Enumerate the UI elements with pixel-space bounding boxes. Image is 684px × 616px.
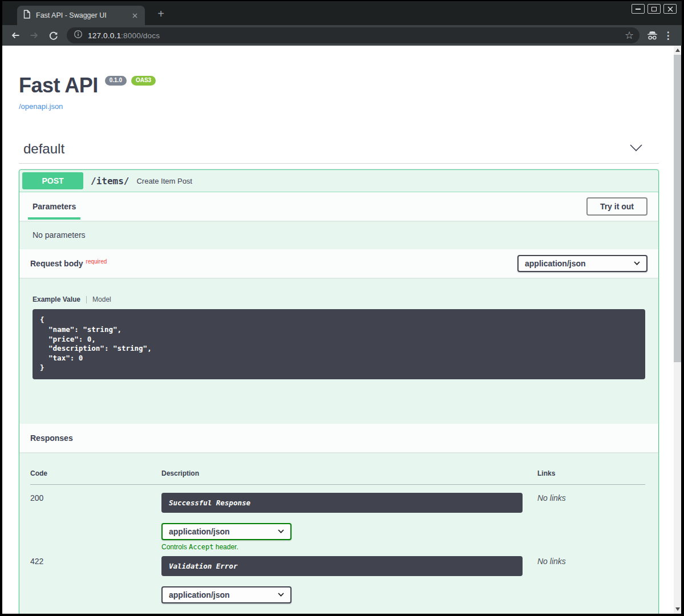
responses-table: Code Description Links 200 Successful Re… (30, 464, 645, 614)
request-example-code: { "name": "string", "price": 0, "descrip… (33, 309, 645, 379)
close-button[interactable] (663, 4, 677, 14)
tab-parameters[interactable]: Parameters (28, 202, 80, 211)
swagger-page: Fast API 0.1.0 OAS3 /openapi.json defaul… (2, 46, 674, 614)
url-path: :8000/docs (121, 31, 160, 40)
version-badge: 0.1.0 (105, 76, 127, 86)
close-icon (667, 6, 673, 12)
vertical-scrollbar[interactable] (674, 46, 681, 614)
try-it-out-button[interactable]: Try it out (586, 197, 647, 216)
new-tab-button[interactable]: + (154, 7, 168, 21)
incognito-avatar-icon[interactable] (644, 28, 660, 43)
minimize-icon (636, 9, 641, 10)
response-content-type-select-422[interactable]: application/json (161, 586, 292, 603)
back-arrow-icon (10, 30, 21, 40)
controls-accept-note: Controls Accept header. (161, 543, 537, 551)
window-controls (632, 4, 677, 14)
site-info-icon[interactable] (74, 30, 83, 41)
operation-path: /items/ (91, 176, 129, 187)
tab-separator (86, 296, 87, 303)
response-links-200: No links (537, 493, 566, 502)
col-header-code: Code (30, 464, 161, 485)
browser-menu-icon[interactable]: ⋮ (660, 28, 676, 43)
response-description-422: Validation Error (161, 556, 523, 576)
response-code-422: 422 (30, 557, 43, 566)
reload-icon (48, 31, 58, 40)
opblock-post-items: POST /items/ Create Item Post Parameters… (19, 169, 659, 614)
browser-toolbar: 127.0.0.1:8000/docs ☆ ⋮ (2, 25, 682, 46)
parameters-header: Parameters Try it out (19, 192, 658, 221)
chevron-down-icon[interactable] (630, 144, 642, 154)
responses-header: Responses (19, 424, 658, 452)
opblock-summary[interactable]: POST /items/ Create Item Post (19, 170, 658, 192)
minimize-button[interactable] (632, 4, 645, 14)
scrollbar-up-arrow[interactable] (674, 46, 681, 55)
response-description-200: Successful Response (161, 493, 523, 513)
operation-summary: Create Item Post (136, 177, 192, 185)
api-badges: 0.1.0 OAS3 (105, 76, 156, 86)
request-body-header: Request bodyrequired application/json (19, 249, 658, 278)
response-links-422: No links (537, 557, 566, 566)
bookmark-star-icon[interactable]: ☆ (622, 28, 637, 43)
response-code-200: 200 (30, 493, 43, 502)
response-row-200: 200 Successful Response application/json… (30, 484, 645, 551)
tab-title: Fast API - Swagger UI (36, 11, 130, 19)
maximize-button[interactable] (647, 4, 661, 14)
browser-tab[interactable]: Fast API - Swagger UI (17, 6, 145, 25)
openapi-spec-link[interactable]: /openapi.json (19, 102, 63, 111)
reload-button[interactable] (46, 28, 60, 43)
tag-name: default (23, 141, 64, 157)
api-header: Fast API 0.1.0 OAS3 (19, 74, 659, 97)
tab-close-icon[interactable] (130, 11, 139, 20)
col-header-description: Description (161, 464, 537, 485)
tag-section-default: default POST /items/ Create Item Post Pa… (19, 141, 659, 614)
request-content-type-select[interactable]: application/json (517, 255, 647, 272)
api-title: Fast API (19, 74, 98, 97)
scrollbar-thumb[interactable] (674, 55, 681, 362)
tab-model[interactable]: Model (92, 295, 111, 303)
back-button[interactable] (8, 28, 23, 43)
col-header-links: Links (537, 464, 645, 485)
method-post-button[interactable]: POST (22, 172, 83, 189)
address-bar[interactable]: 127.0.0.1:8000/docs ☆ (67, 27, 640, 43)
forward-arrow-icon (29, 30, 39, 40)
triangle-up-icon (675, 48, 680, 52)
no-parameters-message: No parameters (19, 221, 658, 249)
oas3-badge: OAS3 (131, 76, 156, 86)
select-chevron-icon (278, 593, 284, 597)
response-row-422: 422 Validation Error application/json Ex… (30, 551, 645, 614)
maximize-icon (651, 7, 657, 11)
responses-table-wrap: Code Description Links 200 Successful Re… (19, 452, 658, 614)
model-example-tabs: Example Value Model (33, 295, 645, 303)
tab-example-value[interactable]: Example Value (33, 295, 80, 303)
url-host: 127.0.0.1 (88, 31, 121, 40)
triangle-down-icon (675, 607, 680, 611)
tag-section-header[interactable]: default (19, 141, 659, 164)
response-content-type-select-200[interactable]: application/json (161, 523, 292, 540)
request-body-label: Request bodyrequired (30, 259, 107, 268)
forward-button[interactable] (27, 28, 42, 43)
browser-tab-strip: Fast API - Swagger UI + (2, 1, 682, 25)
url-text[interactable]: 127.0.0.1:8000/docs (88, 31, 160, 40)
select-chevron-icon (278, 529, 284, 534)
page-favicon-icon (23, 10, 31, 21)
scrollbar-down-arrow[interactable] (674, 605, 681, 614)
responses-label: Responses (30, 433, 73, 443)
request-body-block: Example Value Model { "name": "string", … (19, 278, 658, 424)
required-badge: required (86, 258, 107, 265)
select-chevron-icon (634, 261, 640, 266)
